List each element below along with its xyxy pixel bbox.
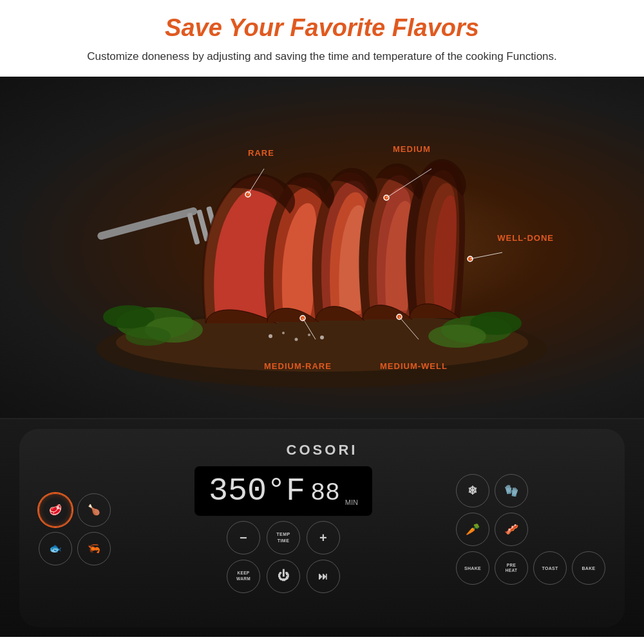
brand-name: COSORI bbox=[287, 442, 358, 459]
steak-image-section: RARE MEDIUM WELL-DONE MEDIUM-RARE MEDIUM… bbox=[0, 77, 644, 418]
svg-point-16 bbox=[308, 334, 310, 336]
steak-icon: 🥩 bbox=[49, 505, 62, 515]
bake-button[interactable]: BAKE bbox=[572, 551, 605, 585]
fish-icon: 🐟 bbox=[49, 544, 62, 554]
plus-icon: + bbox=[319, 531, 327, 544]
shake-label: SHAKE bbox=[464, 566, 481, 571]
panel-inner: COSORI 🥩 🍗 🐟 🦐 bbox=[19, 429, 625, 627]
svg-point-14 bbox=[282, 332, 285, 334]
chicken-button[interactable]: 🍗 bbox=[77, 493, 111, 527]
steak-visual: RARE MEDIUM WELL-DONE MEDIUM-RARE MEDIUM… bbox=[77, 104, 567, 390]
shrimp-icon: 🦐 bbox=[88, 544, 100, 554]
time-unit: MIN bbox=[345, 498, 358, 506]
glove-button[interactable]: 🧤 bbox=[495, 474, 528, 507]
toast-label: TOAST bbox=[542, 566, 558, 571]
play-pause-icon: ⏭ bbox=[318, 571, 328, 582]
preheat-button[interactable]: PREHEAT bbox=[495, 551, 528, 585]
freeze-button[interactable]: ❄ bbox=[456, 474, 489, 507]
label-medium-well: MEDIUM-WELL bbox=[380, 361, 448, 371]
toast-button[interactable]: TOAST bbox=[533, 551, 567, 585]
power-button[interactable]: ⏻ bbox=[267, 560, 300, 593]
preheat-label: PREHEAT bbox=[506, 563, 517, 574]
control-panel: COSORI 🥩 🍗 🐟 🦐 bbox=[0, 418, 644, 637]
temperature-value: 350°F bbox=[209, 473, 305, 509]
temperature-display: 350°F 88 MIN bbox=[194, 466, 372, 516]
keep-warm-label: KEEPWARM bbox=[236, 571, 251, 582]
temp-time-button[interactable]: TEMPTIME bbox=[267, 521, 300, 554]
glove-icon: 🧤 bbox=[504, 484, 518, 498]
label-rare: RARE bbox=[248, 148, 274, 158]
bake-label: BAKE bbox=[582, 566, 595, 571]
time-value: 88 bbox=[310, 479, 340, 507]
svg-point-9 bbox=[126, 327, 171, 346]
steak-button[interactable]: 🥩 bbox=[39, 493, 72, 527]
label-well-done: WELL-DONE bbox=[497, 233, 554, 243]
svg-point-7 bbox=[103, 305, 155, 328]
shake-button[interactable]: SHAKE bbox=[456, 551, 489, 585]
shrimp-button[interactable]: 🦐 bbox=[77, 532, 111, 565]
label-medium: MEDIUM bbox=[393, 144, 431, 154]
left-button-group: 🥩 🍗 🐟 🦐 bbox=[39, 493, 111, 565]
svg-rect-2 bbox=[97, 206, 198, 240]
freeze-icon: ❄ bbox=[468, 484, 477, 498]
minus-icon: − bbox=[240, 531, 247, 544]
minus-button[interactable]: − bbox=[227, 521, 260, 554]
svg-point-13 bbox=[269, 334, 272, 338]
carrot-icon: 🥕 bbox=[466, 522, 480, 536]
svg-rect-3 bbox=[187, 212, 200, 244]
power-icon: ⏻ bbox=[278, 569, 289, 583]
svg-point-15 bbox=[295, 337, 298, 341]
page-subtitle: Customize doneness by adjusting and savi… bbox=[39, 48, 605, 65]
svg-point-17 bbox=[320, 336, 324, 339]
page-title: Save Your Favorite Flavors bbox=[39, 14, 605, 42]
chicken-icon: 🍗 bbox=[88, 505, 100, 515]
fish-button[interactable]: 🐟 bbox=[39, 532, 72, 565]
plus-button[interactable]: + bbox=[307, 521, 340, 554]
header-section: Save Your Favorite Flavors Customize don… bbox=[0, 0, 644, 77]
label-medium-rare: MEDIUM-RARE bbox=[264, 361, 332, 371]
play-pause-button[interactable]: ⏭ bbox=[307, 560, 340, 593]
keep-warm-button[interactable]: KEEPWARM bbox=[227, 560, 260, 593]
bacon-icon: 🥓 bbox=[504, 522, 518, 536]
temp-time-label: TEMPTIME bbox=[276, 531, 290, 543]
svg-line-25 bbox=[470, 252, 502, 259]
bacon-button[interactable]: 🥓 bbox=[495, 513, 528, 546]
svg-point-12 bbox=[428, 325, 486, 348]
carrot-button[interactable]: 🥕 bbox=[456, 513, 489, 546]
